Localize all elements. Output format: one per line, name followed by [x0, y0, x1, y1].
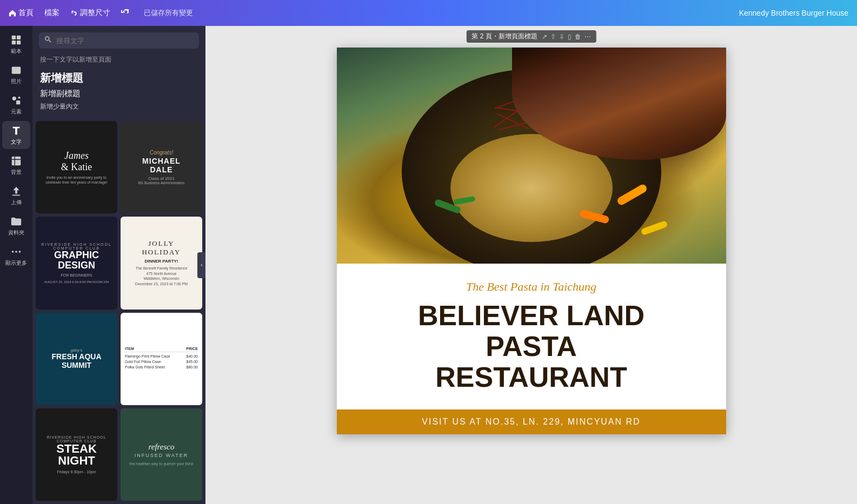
template-graphic-sub: FOR BEGINNERS: [41, 273, 112, 277]
design-page[interactable]: The Best Pasta in Taichung BELIEVER LAND…: [337, 48, 726, 434]
template-refresco-infused: INFUSED WATER: [129, 453, 193, 458]
sidebar-background-label: 背景: [11, 169, 22, 176]
template-graphic-date: AUGUST 25, 2018 6:30-8:00 PM ROOM 204: [41, 280, 112, 284]
template-james-name1: James: [42, 150, 111, 162]
template-michael[interactable]: Congrats! MICHAELDALE Class of 2021 BS B…: [121, 121, 202, 213]
svg-point-11: [15, 251, 17, 253]
sidebar-folder-label: 資料夾: [8, 229, 24, 237]
svg-line-14: [49, 40, 51, 42]
sidebar-item-background[interactable]: 背景: [2, 151, 30, 179]
undo-button[interactable]: [121, 9, 129, 17]
add-bodytext-button[interactable]: 新增少量內文: [40, 102, 198, 111]
pasta-tagline: The Best Pasta in Taichung: [358, 280, 705, 294]
svg-rect-8: [12, 156, 21, 165]
add-heading-button[interactable]: 新增標題: [40, 71, 198, 85]
template-refresco-desc: the healthier way to quench your thirst: [129, 461, 193, 466]
template-jolly-venue: The Bennett Family Residence475 North Av…: [135, 266, 188, 287]
template-jolly-line1: JOLLY: [135, 239, 188, 248]
restaurant-name-line3: RESTAURANT: [435, 361, 627, 393]
template-michael-degree: BS Business Administration: [138, 181, 185, 185]
template-refresco-brand: refresco: [129, 442, 193, 452]
sidebar-item-template[interactable]: 範本: [2, 30, 30, 58]
template-steak-line1: STEAK: [41, 443, 112, 455]
template-steak-tagline: Fridays 6:30pm - 10pm: [41, 470, 112, 474]
topbar: 首頁 檔案 調整尺寸 已儲存所有變更 Kennedy Brothers Burg…: [0, 0, 857, 26]
home-button[interactable]: 首頁: [9, 8, 34, 18]
template-price[interactable]: ITEMPRICE Flamingo Print Pillow Case$40.…: [121, 313, 202, 405]
price-item-1: Flamingo Print Pillow Case$40.00: [125, 354, 198, 358]
add-text-items: 新增標題 新增副標題 新增少量內文: [32, 69, 205, 118]
template-james-katie[interactable]: James & Katie Invite you to an anniversa…: [36, 121, 117, 213]
template-steak[interactable]: RIVERSIDE HIGH SCHOOL COMPUTER CLUB STEA…: [36, 408, 117, 501]
svg-rect-3: [17, 40, 21, 44]
home-label: 首頁: [18, 8, 34, 18]
page-label-delete-icon[interactable]: 🗑: [575, 33, 581, 41]
sidebar-photo-label: 照片: [11, 78, 22, 85]
page-label-copy-icon[interactable]: ▯: [568, 33, 572, 41]
search-input[interactable]: [56, 37, 194, 45]
price-item-2: Gold Foil Pillow Case$45.00: [125, 360, 198, 364]
sidebar-template-label: 範本: [11, 48, 22, 55]
sidebar-item-text[interactable]: 文字: [2, 121, 30, 149]
page-label: 第 2 頁・新增頁面標題 ↗ ⇧ ⇩ ▯ 🗑 ⋯: [466, 30, 596, 43]
template-graphic[interactable]: RIVERSIDE HIGH SCHOOL COMPUTER CLUB GRAP…: [36, 217, 117, 309]
project-title: Kennedy Brothers Burger House: [739, 9, 848, 17]
search-icon: [44, 36, 52, 45]
page-label-more-icon[interactable]: ⋯: [584, 33, 591, 41]
template-james-name2: & Katie: [42, 162, 111, 173]
svg-point-6: [12, 96, 16, 100]
svg-rect-2: [12, 40, 16, 44]
page-label-icons: ↗ ⇧ ⇩ ▯ 🗑 ⋯: [542, 33, 591, 41]
template-jolly[interactable]: JOLLY HOLIDAY DINNER PARTY! The Bennett …: [121, 217, 202, 309]
page-label-down-icon[interactable]: ⇩: [559, 33, 564, 41]
svg-point-13: [45, 37, 49, 41]
template-aqua[interactable]: gilby's FRESH AQUASUMMIT: [36, 313, 117, 405]
search-input-wrap[interactable]: [39, 32, 199, 49]
page-label-up-icon[interactable]: ⇧: [550, 33, 556, 41]
template-graphic-club: RIVERSIDE HIGH SCHOOL COMPUTER CLUB: [41, 243, 112, 250]
template-graphic-title: GRAPHICDESIGN: [41, 250, 112, 272]
templates-grid: James & Katie Invite you to an anniversa…: [32, 118, 205, 504]
svg-point-12: [19, 251, 21, 253]
sidebar-element-label: 元素: [11, 108, 22, 116]
restaurant-name-line2: PASTA: [486, 331, 577, 362]
template-james-desc: Invite you to an anniversary party to ce…: [42, 175, 111, 185]
address-bar: VISIT US AT NO.35, LN. 229, MINCYUAN RD: [337, 409, 726, 434]
price-item-3: Polka Dots Fitted Sheet$80.00: [125, 365, 198, 369]
restaurant-info: The Best Pasta in Taichung BELIEVER LAND…: [337, 264, 726, 409]
sidebar-item-photo[interactable]: 照片: [2, 61, 30, 89]
page-label-external-icon[interactable]: ↗: [542, 33, 547, 41]
sidebar-item-element[interactable]: 元素: [2, 91, 30, 119]
collapse-panel-button[interactable]: ‹: [197, 252, 205, 278]
text-panel: 按一下文字以新增至頁面 新增標題 新增副標題 新增少量內文 James & Ka…: [32, 26, 205, 504]
template-michael-congrats: Congrats!: [138, 150, 185, 156]
template-jolly-line2: HOLIDAY: [135, 248, 188, 257]
sidebar-text-label: 文字: [11, 138, 22, 146]
sidebar-item-more[interactable]: 顯示更多: [2, 242, 30, 270]
address-text: VISIT US AT NO.35, LN. 229, MINCYUAN RD: [348, 417, 715, 427]
template-aqua-title: FRESH AQUASUMMIT: [51, 353, 101, 369]
template-steak-line2: NIGHT: [41, 455, 112, 467]
svg-point-10: [12, 251, 14, 253]
template-jolly-dinner: DINNER PARTY!: [135, 259, 188, 264]
sidebar-item-folder[interactable]: 資料夾: [2, 212, 30, 240]
template-refresco[interactable]: refresco INFUSED WATER the healthier way…: [121, 408, 202, 501]
resize-button[interactable]: 調整尺寸: [70, 8, 110, 18]
svg-rect-0: [12, 35, 16, 39]
main-area: 範本 照片 元素 文字 背景 上傳 資料夾 顯示更多: [0, 26, 857, 504]
restaurant-name-line1: BELIEVER LAND: [418, 300, 645, 331]
saved-status: 已儲存所有變更: [144, 8, 193, 18]
template-michael-name: MICHAELDALE: [138, 157, 185, 174]
file-button[interactable]: 檔案: [44, 8, 59, 18]
panel-instruction: 按一下文字以新增至頁面: [32, 53, 205, 69]
page-label-text: 第 2 頁・新增頁面標題: [471, 32, 537, 41]
template-michael-year: Class of 2021: [138, 176, 185, 181]
resize-label: 調整尺寸: [80, 8, 110, 18]
price-header: ITEMPRICE: [125, 347, 198, 352]
add-subheading-button[interactable]: 新增副標題: [40, 89, 198, 99]
food-photo: [337, 48, 726, 264]
sidebar-item-upload[interactable]: 上傳: [2, 182, 30, 210]
canvas-area: 第 2 頁・新增頁面標題 ↗ ⇧ ⇩ ▯ 🗑 ⋯: [205, 26, 857, 504]
topbar-left: 首頁 檔案 調整尺寸 已儲存所有變更: [9, 8, 193, 18]
sidebar-more-label: 顯示更多: [5, 259, 27, 267]
